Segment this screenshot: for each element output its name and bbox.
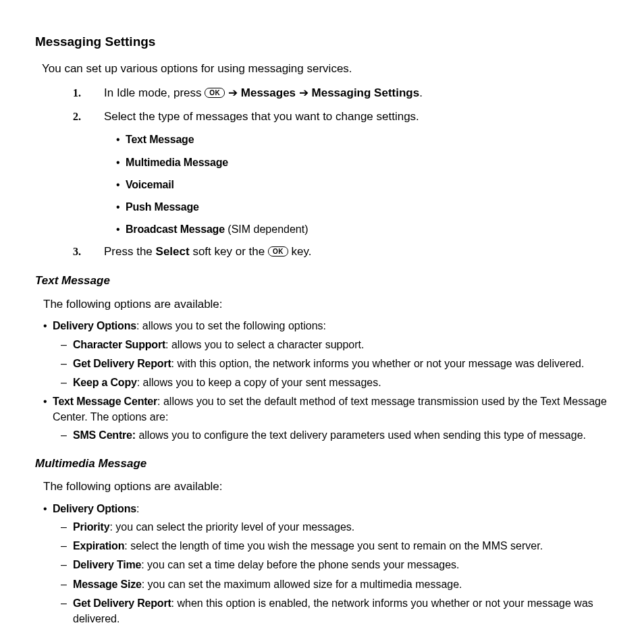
label: Text Message Center xyxy=(53,396,157,407)
ok-key-icon: OK xyxy=(205,88,225,98)
label: SMS Centre: xyxy=(73,429,136,441)
intro-text: You can set up various options for using… xyxy=(42,61,609,78)
subheading-multimedia-message: Multimedia Message xyxy=(35,456,609,473)
tail: : select the length of time you wish the… xyxy=(124,540,543,552)
step-3: 3. Press the Select soft key or the OK k… xyxy=(73,244,609,261)
delivery-suboptions: Character Support: allows you to select … xyxy=(61,337,609,391)
label: Priority xyxy=(73,521,109,533)
subheading-text-message: Text Message xyxy=(35,273,609,290)
step-1: 1. In Idle mode, press OK ➔ Messages ➔ M… xyxy=(73,85,609,102)
nav-messages: Messages xyxy=(241,86,296,99)
tail: : allows you to set the following option… xyxy=(136,320,326,331)
label: Delivery Time xyxy=(73,559,141,570)
nav-messaging-settings: Messaging Settings xyxy=(312,86,420,99)
tmc-suboptions: SMS Centre: allows you to configure the … xyxy=(61,427,609,443)
list-item: Multimedia Message xyxy=(116,155,609,170)
tail: : with this option, the network informs … xyxy=(171,358,585,369)
ok-key-icon: OK xyxy=(268,246,288,257)
step-number: 1. xyxy=(73,85,81,101)
tail: allows you to configure the text deliver… xyxy=(136,429,586,441)
subopt-priority: Priority: you can select the priority le… xyxy=(61,519,609,535)
item-broadcast-message: Broadcast Message xyxy=(126,223,225,235)
multimedia-options: Delivery Options: Priority: you can sele… xyxy=(43,501,609,626)
subopt-character-support: Character Support: allows you to select … xyxy=(61,337,609,352)
label: Character Support xyxy=(73,339,165,350)
step-text-mid: soft key or the xyxy=(192,245,268,258)
item-note: (SIM dependent) xyxy=(225,223,308,235)
step-text-pre: In Idle mode, press xyxy=(104,86,205,99)
step-text: Select the type of messages that you wan… xyxy=(104,110,419,123)
subopt-sms-centre: SMS Centre: allows you to configure the … xyxy=(61,427,609,443)
arrow-icon: ➔ xyxy=(299,86,312,99)
tail: : allows you to keep a copy of your sent… xyxy=(137,377,381,388)
tail: : you can set the maximum allowed size f… xyxy=(142,579,462,590)
tail: : allows you to select a character suppo… xyxy=(165,339,364,350)
list-item: Broadcast Message (SIM dependent) xyxy=(116,221,609,237)
arrow-icon: ➔ xyxy=(228,86,241,99)
tail: : you can select the priority level of y… xyxy=(109,521,354,533)
subopt-get-delivery-report: Get Delivery Report: with this option, t… xyxy=(61,356,609,371)
step-text-pre: Press the xyxy=(104,245,156,258)
mm-delivery-suboptions: Priority: you can select the priority le… xyxy=(61,519,609,626)
label: Get Delivery Report xyxy=(73,358,171,369)
option-delivery-options: Delivery Options: allows you to set the … xyxy=(43,318,609,390)
step-end: key. xyxy=(292,245,312,258)
label: Expiration xyxy=(73,540,124,552)
subopt-get-delivery-report: Get Delivery Report: when this option is… xyxy=(61,595,609,626)
steps-list: 1. In Idle mode, press OK ➔ Messages ➔ M… xyxy=(73,85,609,261)
option-text-message-center: Text Message Center: allows you to set t… xyxy=(43,394,609,444)
tail: : xyxy=(136,503,139,514)
text-message-intro: The following options are available: xyxy=(43,296,609,313)
label: Keep a Copy xyxy=(73,377,137,388)
item-text-message: Text Message xyxy=(126,134,194,145)
list-item: Voicemail xyxy=(116,177,609,192)
step-number: 2. xyxy=(73,109,81,124)
option-delivery-options-mm: Delivery Options: Priority: you can sele… xyxy=(43,501,609,626)
multimedia-intro: The following options are available: xyxy=(43,479,609,495)
step-2: 2. Select the type of messages that you … xyxy=(73,109,609,238)
subopt-expiration: Expiration: select the length of time yo… xyxy=(61,538,609,554)
message-type-list: Text Message Multimedia Message Voicemai… xyxy=(116,132,609,237)
subopt-keep-a-copy: Keep a Copy: allows you to keep a copy o… xyxy=(61,375,609,390)
item-multimedia-message: Multimedia Message xyxy=(126,157,228,168)
subopt-message-size: Message Size: you can set the maximum al… xyxy=(61,576,609,592)
subopt-delivery-time: Delivery Time: you can set a time delay … xyxy=(61,557,609,572)
label: Get Delivery Report xyxy=(73,597,171,609)
item-voicemail: Voicemail xyxy=(126,179,174,190)
item-push-message: Push Message xyxy=(126,201,199,213)
step-number: 3. xyxy=(73,244,81,259)
list-item: Push Message xyxy=(116,199,609,215)
step-end: . xyxy=(419,86,423,99)
label: Message Size xyxy=(73,579,142,590)
label: Delivery Options xyxy=(53,320,136,331)
text-message-options: Delivery Options: allows you to set the … xyxy=(43,318,609,443)
select-softkey: Select xyxy=(156,245,190,258)
page-heading: Messaging Settings xyxy=(35,32,609,51)
tail: : you can set a time delay before the ph… xyxy=(141,559,459,570)
list-item: Text Message xyxy=(116,132,609,147)
label: Delivery Options xyxy=(53,503,136,514)
